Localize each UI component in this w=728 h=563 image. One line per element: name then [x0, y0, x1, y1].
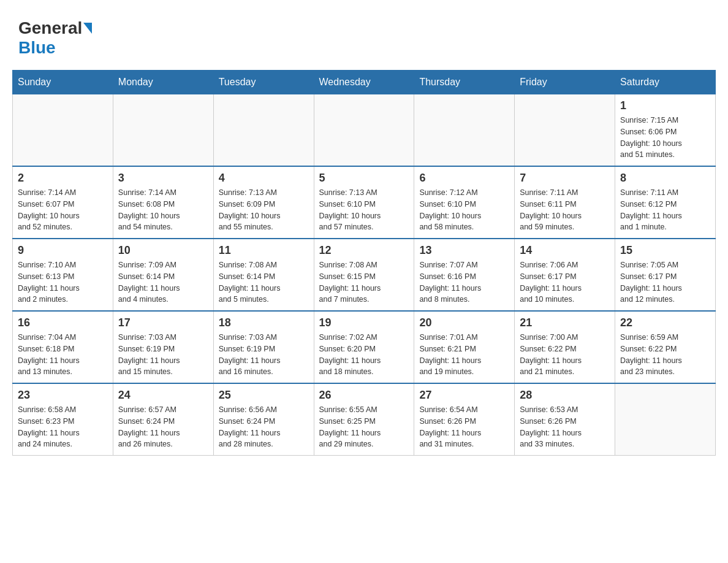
day-info: Sunrise: 7:09 AMSunset: 6:14 PMDaylight:…	[118, 259, 208, 305]
day-number: 22	[620, 316, 710, 329]
day-number: 24	[118, 389, 208, 402]
day-number: 28	[520, 389, 610, 402]
day-info: Sunrise: 6:55 AMSunset: 6:25 PMDaylight:…	[319, 404, 409, 450]
calendar-cell: 2Sunrise: 7:14 AMSunset: 6:07 PMDaylight…	[13, 166, 113, 239]
calendar-cell: 19Sunrise: 7:02 AMSunset: 6:20 PMDayligh…	[314, 311, 414, 383]
calendar-cell: 18Sunrise: 7:03 AMSunset: 6:19 PMDayligh…	[213, 311, 314, 383]
day-info: Sunrise: 6:58 AMSunset: 6:23 PMDaylight:…	[18, 404, 108, 450]
logo: General Blue	[18, 18, 93, 58]
day-number: 17	[118, 316, 208, 329]
day-info: Sunrise: 7:13 AMSunset: 6:10 PMDaylight:…	[319, 187, 409, 233]
day-header-tuesday: Tuesday	[213, 71, 314, 94]
calendar-cell: 1Sunrise: 7:15 AMSunset: 6:06 PMDaylight…	[615, 94, 716, 167]
calendar-cell	[13, 94, 113, 167]
calendar-week-4: 16Sunrise: 7:04 AMSunset: 6:18 PMDayligh…	[13, 311, 716, 383]
page-header: General Blue	[12, 12, 716, 58]
day-header-monday: Monday	[113, 71, 213, 94]
day-number: 1	[620, 99, 710, 112]
day-number: 7	[520, 172, 610, 185]
calendar-cell: 3Sunrise: 7:14 AMSunset: 6:08 PMDaylight…	[113, 166, 213, 239]
day-info: Sunrise: 7:00 AMSunset: 6:22 PMDaylight:…	[520, 332, 610, 378]
day-number: 16	[18, 316, 108, 329]
day-number: 18	[219, 316, 309, 329]
day-number: 15	[620, 244, 710, 257]
day-info: Sunrise: 7:13 AMSunset: 6:09 PMDaylight:…	[219, 187, 309, 233]
calendar-week-1: 1Sunrise: 7:15 AMSunset: 6:06 PMDaylight…	[13, 94, 716, 167]
day-header-sunday: Sunday	[13, 71, 113, 94]
logo-blue-text: Blue	[18, 38, 56, 57]
day-info: Sunrise: 7:08 AMSunset: 6:15 PMDaylight:…	[319, 259, 409, 305]
day-info: Sunrise: 7:06 AMSunset: 6:17 PMDaylight:…	[520, 259, 610, 305]
calendar-cell: 22Sunrise: 6:59 AMSunset: 6:22 PMDayligh…	[615, 311, 716, 383]
calendar-cell: 23Sunrise: 6:58 AMSunset: 6:23 PMDayligh…	[13, 383, 113, 456]
day-number: 2	[18, 172, 108, 185]
calendar-cell: 21Sunrise: 7:00 AMSunset: 6:22 PMDayligh…	[515, 311, 615, 383]
day-info: Sunrise: 7:04 AMSunset: 6:18 PMDaylight:…	[18, 332, 108, 378]
logo-general-text: General	[18, 18, 82, 38]
day-number: 26	[319, 389, 409, 402]
calendar-cell	[515, 94, 615, 167]
day-info: Sunrise: 6:57 AMSunset: 6:24 PMDaylight:…	[118, 404, 208, 450]
calendar-cell: 4Sunrise: 7:13 AMSunset: 6:09 PMDaylight…	[213, 166, 314, 239]
day-info: Sunrise: 6:59 AMSunset: 6:22 PMDaylight:…	[620, 332, 710, 378]
days-header-row: SundayMondayTuesdayWednesdayThursdayFrid…	[13, 71, 716, 94]
day-info: Sunrise: 6:54 AMSunset: 6:26 PMDaylight:…	[419, 404, 509, 450]
day-number: 9	[18, 244, 108, 257]
day-info: Sunrise: 7:05 AMSunset: 6:17 PMDaylight:…	[620, 259, 710, 305]
day-info: Sunrise: 7:12 AMSunset: 6:10 PMDaylight:…	[419, 187, 509, 233]
calendar-cell: 5Sunrise: 7:13 AMSunset: 6:10 PMDaylight…	[314, 166, 414, 239]
calendar-cell: 16Sunrise: 7:04 AMSunset: 6:18 PMDayligh…	[13, 311, 113, 383]
day-info: Sunrise: 7:14 AMSunset: 6:08 PMDaylight:…	[118, 187, 208, 233]
calendar-week-5: 23Sunrise: 6:58 AMSunset: 6:23 PMDayligh…	[13, 383, 716, 456]
day-number: 20	[419, 316, 509, 329]
calendar-cell: 10Sunrise: 7:09 AMSunset: 6:14 PMDayligh…	[113, 239, 213, 311]
calendar-cell: 14Sunrise: 7:06 AMSunset: 6:17 PMDayligh…	[515, 239, 615, 311]
day-number: 12	[319, 244, 409, 257]
day-info: Sunrise: 7:02 AMSunset: 6:20 PMDaylight:…	[319, 332, 409, 378]
day-info: Sunrise: 7:11 AMSunset: 6:12 PMDaylight:…	[620, 187, 710, 233]
day-info: Sunrise: 7:10 AMSunset: 6:13 PMDaylight:…	[18, 259, 108, 305]
calendar-cell: 28Sunrise: 6:53 AMSunset: 6:26 PMDayligh…	[515, 383, 615, 456]
day-number: 19	[319, 316, 409, 329]
calendar-cell: 7Sunrise: 7:11 AMSunset: 6:11 PMDaylight…	[515, 166, 615, 239]
calendar-week-2: 2Sunrise: 7:14 AMSunset: 6:07 PMDaylight…	[13, 166, 716, 239]
calendar-cell: 13Sunrise: 7:07 AMSunset: 6:16 PMDayligh…	[414, 239, 515, 311]
day-number: 25	[219, 389, 309, 402]
calendar-cell: 15Sunrise: 7:05 AMSunset: 6:17 PMDayligh…	[615, 239, 716, 311]
day-info: Sunrise: 6:53 AMSunset: 6:26 PMDaylight:…	[520, 404, 610, 450]
calendar-cell	[414, 94, 515, 167]
day-number: 27	[419, 389, 509, 402]
calendar-cell: 11Sunrise: 7:08 AMSunset: 6:14 PMDayligh…	[213, 239, 314, 311]
calendar-cell	[314, 94, 414, 167]
day-info: Sunrise: 7:11 AMSunset: 6:11 PMDaylight:…	[520, 187, 610, 233]
calendar-cell	[615, 383, 716, 456]
calendar-cell: 25Sunrise: 6:56 AMSunset: 6:24 PMDayligh…	[213, 383, 314, 456]
calendar-cell: 26Sunrise: 6:55 AMSunset: 6:25 PMDayligh…	[314, 383, 414, 456]
calendar-cell: 17Sunrise: 7:03 AMSunset: 6:19 PMDayligh…	[113, 311, 213, 383]
calendar-cell: 24Sunrise: 6:57 AMSunset: 6:24 PMDayligh…	[113, 383, 213, 456]
day-header-friday: Friday	[515, 71, 615, 94]
calendar-cell: 27Sunrise: 6:54 AMSunset: 6:26 PMDayligh…	[414, 383, 515, 456]
day-number: 13	[419, 244, 509, 257]
day-number: 11	[219, 244, 309, 257]
day-info: Sunrise: 7:01 AMSunset: 6:21 PMDaylight:…	[419, 332, 509, 378]
day-info: Sunrise: 7:07 AMSunset: 6:16 PMDaylight:…	[419, 259, 509, 305]
day-info: Sunrise: 7:03 AMSunset: 6:19 PMDaylight:…	[118, 332, 208, 378]
day-number: 23	[18, 389, 108, 402]
calendar-table: SundayMondayTuesdayWednesdayThursdayFrid…	[12, 70, 716, 456]
calendar-cell: 6Sunrise: 7:12 AMSunset: 6:10 PMDaylight…	[414, 166, 515, 239]
day-info: Sunrise: 6:56 AMSunset: 6:24 PMDaylight:…	[219, 404, 309, 450]
calendar-cell: 8Sunrise: 7:11 AMSunset: 6:12 PMDaylight…	[615, 166, 716, 239]
day-number: 3	[118, 172, 208, 185]
day-number: 6	[419, 172, 509, 185]
calendar-cell	[113, 94, 213, 167]
day-number: 8	[620, 172, 710, 185]
day-number: 5	[319, 172, 409, 185]
day-header-thursday: Thursday	[414, 71, 515, 94]
calendar-cell: 12Sunrise: 7:08 AMSunset: 6:15 PMDayligh…	[314, 239, 414, 311]
day-info: Sunrise: 7:08 AMSunset: 6:14 PMDaylight:…	[219, 259, 309, 305]
calendar-cell: 9Sunrise: 7:10 AMSunset: 6:13 PMDaylight…	[13, 239, 113, 311]
logo-triangle-icon	[83, 23, 92, 34]
calendar-cell	[213, 94, 314, 167]
day-info: Sunrise: 7:14 AMSunset: 6:07 PMDaylight:…	[18, 187, 108, 233]
